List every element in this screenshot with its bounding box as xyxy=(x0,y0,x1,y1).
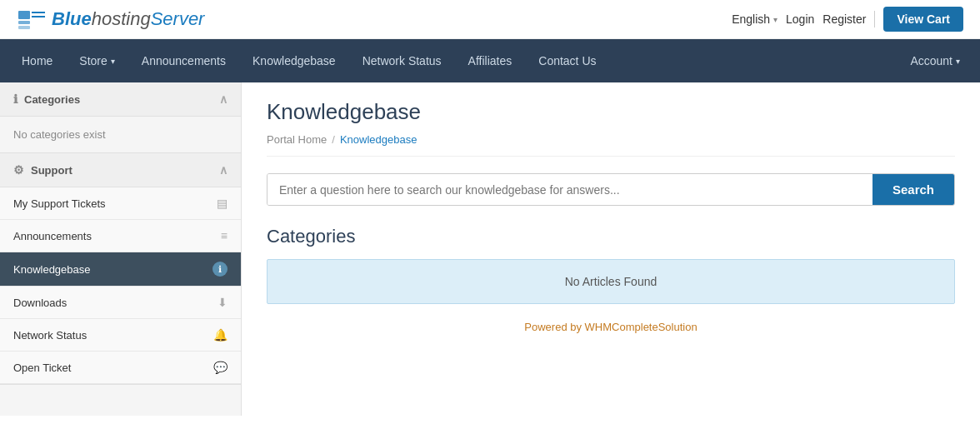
nav-announcements[interactable]: Announcements xyxy=(128,39,239,82)
search-bar: Search xyxy=(267,173,955,206)
breadcrumb-home[interactable]: Portal Home xyxy=(267,133,327,146)
svg-rect-1 xyxy=(18,21,30,24)
divider xyxy=(874,11,875,27)
nav-left: Home Store ▾ Announcements Knowledgebase… xyxy=(8,39,610,82)
open-ticket-label: Open Ticket xyxy=(13,362,71,374)
no-articles-label: No Articles Found xyxy=(565,275,658,288)
logo-hosting: hosting xyxy=(92,8,151,29)
logo[interactable]: BluehostingServer xyxy=(17,7,204,31)
sidebar-item-network-status[interactable]: Network Status 🔔 xyxy=(0,319,241,352)
svg-rect-0 xyxy=(18,11,30,19)
page-title: Knowledgebase xyxy=(267,99,955,125)
announcements-icon: ≡ xyxy=(221,229,228,242)
content-area: Knowledgebase Portal Home / Knowledgebas… xyxy=(242,82,980,416)
downloads-label: Downloads xyxy=(13,297,67,309)
announcements-label: Announcements xyxy=(13,230,92,242)
top-right: English ▾ Login Register View Cart xyxy=(732,7,963,32)
logo-icon xyxy=(17,7,47,31)
sidebar-item-my-support-tickets[interactable]: My Support Tickets ▤ xyxy=(0,187,241,220)
sidebar-support-header: ⚙ Support ∧ xyxy=(0,153,241,187)
network-status-icon: 🔔 xyxy=(213,328,228,342)
tickets-icon: ▤ xyxy=(217,197,228,210)
main-layout: ℹ Categories ∧ No categories exist ⚙ Sup… xyxy=(0,82,980,416)
categories-title: Categories xyxy=(267,226,955,247)
my-support-tickets-label: My Support Tickets xyxy=(13,197,106,210)
search-input[interactable] xyxy=(268,174,872,205)
categories-collapse-icon[interactable]: ∧ xyxy=(219,92,228,106)
knowledgebase-label: Knowledgebase xyxy=(13,263,91,276)
sidebar-item-knowledgebase[interactable]: Knowledgebase ℹ xyxy=(0,252,241,287)
nav-right: Account ▾ xyxy=(898,39,972,82)
search-button[interactable]: Search xyxy=(872,174,954,205)
breadcrumb-current: Knowledgebase xyxy=(340,133,418,146)
language-label: English xyxy=(732,12,770,26)
account-arrow: ▾ xyxy=(956,57,960,66)
sidebar-item-announcements[interactable]: Announcements ≡ xyxy=(0,220,241,252)
categories-header-label: Categories xyxy=(24,93,80,106)
no-articles-box: No Articles Found xyxy=(267,259,955,304)
nav-account[interactable]: Account ▾ xyxy=(898,39,972,82)
nav-bar: Home Store ▾ Announcements Knowledgebase… xyxy=(0,39,980,82)
logo-blue: Blue xyxy=(52,8,92,29)
nav-knowledgebase[interactable]: Knowledgebase xyxy=(239,39,349,82)
logo-server: Server xyxy=(151,8,205,29)
sidebar-item-open-ticket[interactable]: Open Ticket 💬 xyxy=(0,352,241,384)
register-link[interactable]: Register xyxy=(822,12,866,26)
sidebar-categories-section: ℹ Categories ∧ No categories exist xyxy=(0,82,241,153)
sidebar-categories-header: ℹ Categories ∧ xyxy=(0,82,241,117)
knowledgebase-badge: ℹ xyxy=(212,262,228,277)
nav-affiliates[interactable]: Affiliates xyxy=(455,39,526,82)
powered-by-text: Powered by WHMCompleteSolution xyxy=(524,321,697,333)
nav-network-status[interactable]: Network Status xyxy=(349,39,455,82)
top-bar: BluehostingServer English ▾ Login Regist… xyxy=(0,0,980,39)
svg-rect-2 xyxy=(18,26,30,29)
open-ticket-icon: 💬 xyxy=(213,361,228,374)
categories-empty-label: No categories exist xyxy=(0,117,241,152)
language-selector[interactable]: English ▾ xyxy=(732,12,778,26)
login-link[interactable]: Login xyxy=(786,12,814,26)
sidebar: ℹ Categories ∧ No categories exist ⚙ Sup… xyxy=(0,82,242,416)
sidebar-support-section: ⚙ Support ∧ My Support Tickets ▤ Announc… xyxy=(0,153,241,385)
categories-info-icon: ℹ xyxy=(13,92,18,106)
sidebar-item-downloads[interactable]: Downloads ⬇ xyxy=(0,287,241,319)
store-arrow: ▾ xyxy=(111,57,115,66)
nav-home[interactable]: Home xyxy=(8,39,66,82)
support-header-label: Support xyxy=(31,164,72,177)
breadcrumb-separator: / xyxy=(332,133,335,146)
language-chevron: ▾ xyxy=(773,15,778,24)
network-status-label: Network Status xyxy=(13,329,87,342)
support-gear-icon: ⚙ xyxy=(13,163,24,177)
support-collapse-icon[interactable]: ∧ xyxy=(219,163,228,177)
breadcrumb: Portal Home / Knowledgebase xyxy=(267,133,955,157)
nav-store[interactable]: Store ▾ xyxy=(66,39,128,82)
downloads-icon: ⬇ xyxy=(218,296,228,309)
nav-contact[interactable]: Contact Us xyxy=(525,39,609,82)
powered-by: Powered by WHMCompleteSolution xyxy=(267,321,955,333)
view-cart-button[interactable]: View Cart xyxy=(883,7,963,32)
